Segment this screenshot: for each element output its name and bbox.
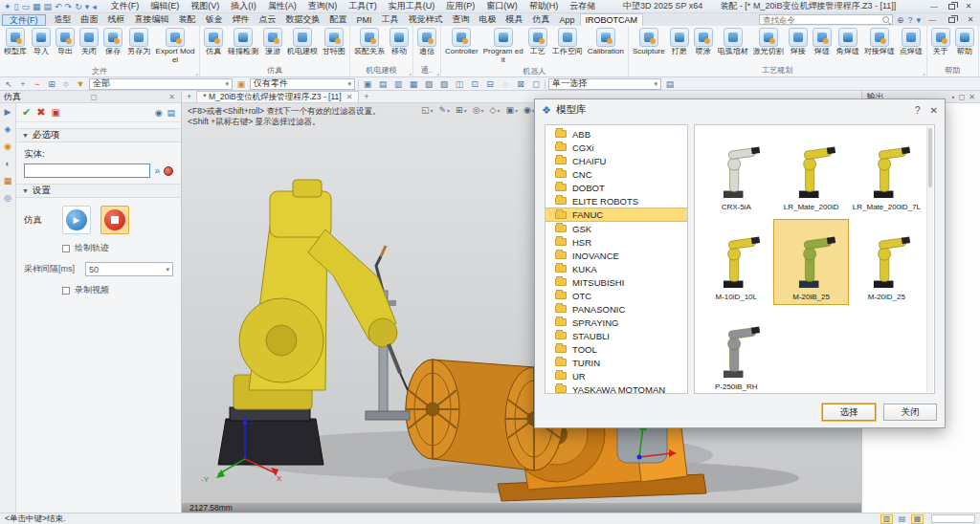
folder-item[interactable]: INOVANCE [546, 249, 687, 262]
save-icon[interactable]: ▦ [33, 1, 41, 12]
menu-item[interactable]: 编辑(E) [145, 0, 184, 12]
panel-close-icon[interactable]: ✕ [167, 93, 177, 101]
filter-all-dropdown[interactable]: 全部▾ [89, 78, 233, 90]
folder-item[interactable]: SPRAYING [546, 316, 687, 329]
model-thumbnail[interactable]: M-10iD_10L [699, 219, 773, 305]
ribbon-button[interactable]: 模型库 [2, 27, 29, 57]
ribbon-button[interactable]: 关于 [929, 27, 952, 57]
folder-item[interactable]: ABB [546, 127, 687, 141]
expand-chevrons-icon[interactable]: » [154, 165, 160, 176]
folder-item[interactable]: CHAIFU [546, 154, 687, 167]
restore-button[interactable] [944, 1, 959, 11]
user-tab-icon[interactable]: ◎ [1, 191, 14, 205]
ribbon-tab[interactable]: 焊件 [228, 13, 255, 26]
ribbon-tab[interactable]: 钣金 [201, 13, 228, 26]
part-filter-icon[interactable]: ▣ [235, 78, 247, 90]
menu-item[interactable]: 文件(F) [106, 0, 145, 12]
ribbon-tab[interactable]: PMI [352, 13, 377, 26]
model-thumbnail[interactable]: P-250iB_RH [699, 309, 773, 395]
ribbon-button[interactable]: 焊缝 [811, 27, 834, 57]
ribbon-button[interactable]: 工艺 [526, 27, 549, 57]
folder-item[interactable]: YASKAWA MOTOMAN [546, 382, 687, 394]
stop-record-button[interactable] [100, 206, 129, 234]
ribbon-button[interactable]: 移动 [388, 27, 411, 57]
doc-minimize-button[interactable]: — [924, 14, 940, 25]
package-icon[interactable]: ⊟ [484, 78, 496, 90]
folder-item[interactable]: FANUC [546, 207, 687, 222]
ribbon-tab[interactable]: 工具 [377, 13, 404, 26]
play-button[interactable]: ▶ [62, 206, 91, 234]
folder-item[interactable]: OTC [546, 289, 687, 302]
new-tab-icon[interactable]: + [184, 92, 194, 101]
ribbon-button[interactable]: 角焊缝 [835, 27, 861, 57]
menu-item[interactable]: 属性(A) [263, 0, 301, 12]
minimize-button[interactable]: — [926, 1, 942, 11]
close-button[interactable]: ✕ [961, 1, 976, 11]
menu-item[interactable]: 插入(I) [226, 0, 261, 12]
record-video-checkbox[interactable] [62, 287, 70, 295]
remove-selection-icon[interactable]: − [32, 78, 43, 90]
menu-item[interactable]: 窗口(W) [481, 0, 523, 12]
history-icon[interactable]: ◌ [500, 78, 511, 90]
folder-item[interactable]: HSR [546, 235, 687, 249]
ribbon-button[interactable]: 漫游 [261, 27, 284, 57]
ribbon-button[interactable]: 喷涂 [692, 27, 715, 57]
ribbon-tab[interactable]: 直接编辑 [130, 13, 174, 26]
ribbon-tab[interactable]: 线框 [103, 13, 130, 26]
undo-icon[interactable]: ↶ [55, 1, 62, 12]
ribbon-button[interactable]: 通信 [415, 27, 438, 57]
ribbon-button[interactable]: 另存为 [125, 27, 152, 57]
folder-item[interactable]: ELITE ROBOTS [546, 194, 687, 207]
ribbon-tab[interactable]: 造型 [50, 13, 77, 26]
ribbon-tab[interactable]: 曲面 [77, 13, 103, 26]
document-tab[interactable]: * M_20iB变位机焊接管理程序.Z3 - [11] ✕ [196, 91, 359, 102]
panel-dock-icon[interactable]: ◻ [89, 93, 100, 101]
render-tab-icon[interactable]: ▦ [1, 174, 14, 187]
menu-item[interactable]: 实用工具(U) [384, 0, 440, 12]
menu-item[interactable]: 查询(N) [303, 0, 343, 12]
ribbon-tab[interactable]: 视觉样式 [404, 13, 448, 26]
ribbon-button[interactable]: 电弧增材 [716, 27, 750, 57]
refresh-icon[interactable]: ↻ [75, 1, 82, 12]
part-only-dropdown[interactable]: 仅有零件▾ [250, 78, 355, 90]
monitor-icon[interactable]: ▤ [896, 514, 908, 524]
entity-input[interactable] [24, 164, 150, 178]
ribbon-tab[interactable]: App [555, 13, 580, 26]
add-tab-icon[interactable]: + [361, 92, 371, 101]
ribbon-tab[interactable]: 点云 [255, 13, 281, 26]
simulation-tab-icon[interactable]: ▶ [1, 105, 14, 119]
dialog-close-icon[interactable]: ✕ [930, 105, 938, 116]
scene-tab-icon[interactable]: ◐ [1, 157, 14, 170]
settings-section-header[interactable]: ▼ 设置 [16, 184, 181, 198]
more-tools-icon[interactable]: ▤ [664, 78, 676, 90]
menu-item[interactable]: 云存储 [565, 0, 600, 12]
ok-icon[interactable]: ✔ [22, 106, 31, 119]
folder-item[interactable]: STAUBLI [546, 329, 687, 342]
cancel-icon[interactable]: ✖ [36, 106, 45, 119]
group-dialog-launcher-icon[interactable]: ⌟ [436, 69, 439, 76]
print-icon[interactable]: ▤ [44, 1, 53, 12]
ribbon-button[interactable]: 焊接 [787, 27, 810, 57]
ribbon-tab[interactable]: 查询 [448, 13, 475, 26]
new-file-icon[interactable]: ▯ [14, 1, 19, 12]
ribbon-button[interactable]: 工作空间 [550, 27, 585, 57]
command-search[interactable] [759, 14, 893, 25]
help-dropdown-icon[interactable]: ▾ [916, 15, 921, 25]
back-icon[interactable]: ◂ [92, 1, 97, 12]
ribbon-tab[interactable]: 模具 [501, 13, 528, 26]
tangent-icon[interactable]: ▧ [423, 78, 434, 90]
mate-icon[interactable]: ▤ [377, 78, 389, 90]
pick-cursor-icon[interactable]: ↖ [3, 78, 14, 90]
ribbon-button[interactable]: Export Model [153, 27, 197, 66]
dialog-title-bar[interactable]: ❖ 模型库 ? ✕ [535, 99, 945, 120]
menu-item[interactable]: 工具(T) [344, 0, 382, 12]
ribbon-button[interactable]: 导入 [30, 27, 53, 57]
structure-tab-icon[interactable]: ◉ [1, 140, 14, 153]
ribbon-tab[interactable]: 装配 [174, 13, 201, 26]
ribbon-button[interactable]: 关闭 [78, 27, 100, 57]
doc-close-button[interactable]: ✕ [963, 14, 978, 25]
required-section-header[interactable]: ▼ 必选项 [16, 128, 181, 142]
file-browser-icon[interactable]: ▦ [911, 514, 924, 524]
menu-item[interactable]: 帮助(H) [524, 0, 564, 12]
doc-restore-button[interactable] [944, 14, 959, 25]
